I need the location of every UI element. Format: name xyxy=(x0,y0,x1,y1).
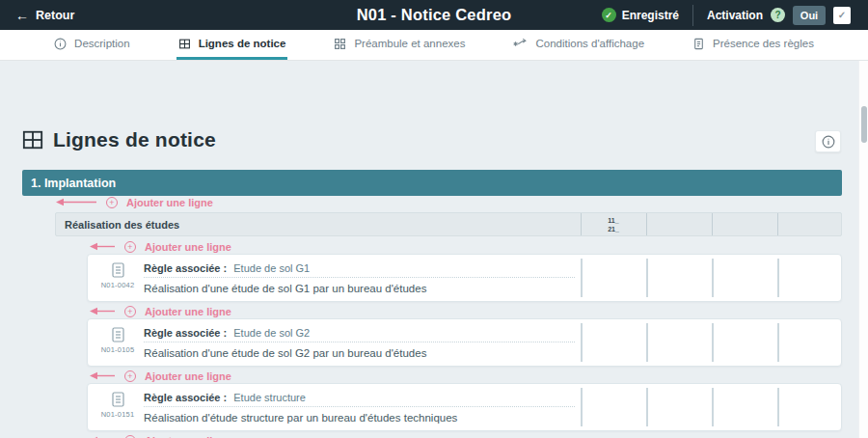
notice-line-card[interactable]: N01-0042 Règle associée : Etude de sol G… xyxy=(87,254,842,302)
header-divider xyxy=(692,5,693,26)
rule-label: Règle associée : xyxy=(144,327,227,339)
column-divider xyxy=(712,388,714,426)
notice-line-id: N01-0151 xyxy=(95,410,140,419)
column-divider xyxy=(712,259,714,297)
tab-presence-des-regles[interactable]: Présence des règles xyxy=(691,30,816,60)
add-line-row: + Ajouter une ligne xyxy=(89,434,231,438)
tab-preambule-et-annexes[interactable]: Préambule et annexes xyxy=(332,30,467,60)
activation-value-button[interactable]: Oui xyxy=(793,6,826,25)
activation-checkbox[interactable]: ✓ xyxy=(833,7,851,24)
rule-value: Etude de sol G2 xyxy=(233,327,310,339)
info-button[interactable] xyxy=(815,130,841,152)
dotted-separator xyxy=(144,342,575,342)
notice-line-idblock: N01-0151 xyxy=(95,392,140,419)
column-divider xyxy=(777,259,779,297)
column-divider xyxy=(777,323,779,362)
rule-value: Etude structure xyxy=(233,392,306,403)
notice-form-icon xyxy=(112,262,124,278)
document-icon xyxy=(692,38,705,50)
column-divider xyxy=(712,323,714,362)
column-divider xyxy=(646,259,648,297)
left-arrow-icon xyxy=(89,371,116,380)
notice-line-description: Réalisation d'étude structure par un bur… xyxy=(144,412,457,424)
column-divider xyxy=(646,213,647,235)
tab-bar: Description Lignes de notice Préambule e… xyxy=(0,30,868,61)
saved-label: Enregistré xyxy=(622,9,679,22)
page-title-text: Lignes de notice xyxy=(53,128,216,151)
saved-check-icon: ✓ xyxy=(602,8,616,22)
add-line-link[interactable]: Ajouter une ligne xyxy=(145,241,231,253)
column-divider xyxy=(581,323,583,362)
notice-line-idblock: N01-0105 xyxy=(95,327,140,354)
scrollbar-track xyxy=(858,61,868,438)
table-icon-large xyxy=(21,129,44,151)
add-line-row: + Ajouter une ligne xyxy=(89,305,231,317)
column-values: 11_ 21_ xyxy=(588,216,638,233)
top-bar-actions: ✓ Enregistré Activation ? Oui ✓ xyxy=(602,5,851,26)
add-line-link[interactable]: Ajouter une ligne xyxy=(145,370,231,382)
column-divider xyxy=(646,388,648,426)
rule-value: Etude de sol G1 xyxy=(233,262,310,274)
notice-line-description: Réalisation d'une étude de sol G2 par un… xyxy=(144,347,426,359)
add-line-row: + Ajouter une ligne xyxy=(89,370,231,382)
add-line-row: + Ajouter une ligne xyxy=(89,240,231,253)
tab-label: Présence des règles xyxy=(713,38,814,49)
app-window: ← Retour N01 - Notice Cedreo ✓ Enregistr… xyxy=(0,0,868,438)
tab-label: Lignes de notice xyxy=(199,38,286,49)
add-line-link[interactable]: Ajouter une ligne xyxy=(145,435,231,438)
tab-description[interactable]: Description xyxy=(52,30,132,60)
activation-control: Activation ? Oui ✓ xyxy=(707,6,851,25)
info-icon xyxy=(822,135,835,149)
notice-form-icon xyxy=(112,327,124,342)
left-arrow-icon xyxy=(89,307,116,315)
table-icon xyxy=(178,38,191,50)
plus-circle-icon[interactable]: + xyxy=(124,370,136,382)
column-value-2: 21_ xyxy=(608,226,619,233)
grid-icon xyxy=(334,38,346,50)
column-divider xyxy=(646,323,648,362)
plus-circle-icon[interactable]: + xyxy=(106,197,118,208)
notice-line-id: N01-0042 xyxy=(95,281,140,289)
dotted-separator xyxy=(144,277,575,278)
rule-row: Règle associée : Etude structure xyxy=(144,392,306,403)
add-line-link[interactable]: Ajouter une ligne xyxy=(126,197,213,208)
tab-label: Préambule et annexes xyxy=(354,38,465,49)
left-arrow-icon xyxy=(55,198,97,206)
activation-label: Activation xyxy=(707,9,763,22)
subsection-title: Réalisation des études xyxy=(65,219,179,231)
section-header-implantation[interactable]: 1. Implantation xyxy=(22,170,842,196)
notice-line-idblock: N01-0042 xyxy=(95,262,140,289)
plus-circle-icon[interactable]: + xyxy=(124,306,136,317)
column-divider xyxy=(581,388,583,426)
plus-circle-icon[interactable]: + xyxy=(124,435,136,438)
add-line-row: + Ajouter une ligne xyxy=(55,196,213,208)
notice-line-description: Réalisation d'une étude de sol G1 par un… xyxy=(144,283,426,294)
condition-flow-icon xyxy=(513,38,528,50)
plus-circle-icon[interactable]: + xyxy=(124,241,136,253)
add-line-link[interactable]: Ajouter une ligne xyxy=(145,306,231,317)
column-divider xyxy=(777,213,778,235)
column-divider xyxy=(581,259,583,297)
notice-form-icon xyxy=(112,392,124,407)
save-status: ✓ Enregistré xyxy=(602,8,679,22)
tab-conditions-affichage[interactable]: Conditions d'affichage xyxy=(511,30,646,60)
rule-label: Règle associée : xyxy=(144,392,227,403)
page-title: Lignes de notice xyxy=(21,128,216,151)
column-divider xyxy=(581,213,582,235)
column-value-1: 11_ xyxy=(608,217,618,224)
info-icon xyxy=(54,38,67,50)
activation-help-icon[interactable]: ? xyxy=(771,8,785,22)
top-bar: ← Retour N01 - Notice Cedreo ✓ Enregistr… xyxy=(0,0,868,30)
rule-row: Règle associée : Etude de sol G2 xyxy=(144,327,310,339)
column-divider xyxy=(777,388,779,426)
column-divider xyxy=(712,213,713,235)
subsection-header[interactable]: Réalisation des études 11_ 21_ xyxy=(55,212,842,236)
tab-lignes-de-notice[interactable]: Lignes de notice xyxy=(176,30,288,60)
tab-label: Conditions d'affichage xyxy=(535,38,644,49)
notice-line-card[interactable]: N01-0105 Règle associée : Etude de sol G… xyxy=(87,318,842,367)
section-title: 1. Implantation xyxy=(31,177,116,190)
scrollbar-thumb[interactable] xyxy=(861,106,867,143)
main-content: Lignes de notice 1. Implantation + Ajout… xyxy=(0,61,868,438)
notice-line-card[interactable]: N01-0151 Règle associée : Etude structur… xyxy=(87,383,842,431)
dotted-separator xyxy=(144,406,575,407)
